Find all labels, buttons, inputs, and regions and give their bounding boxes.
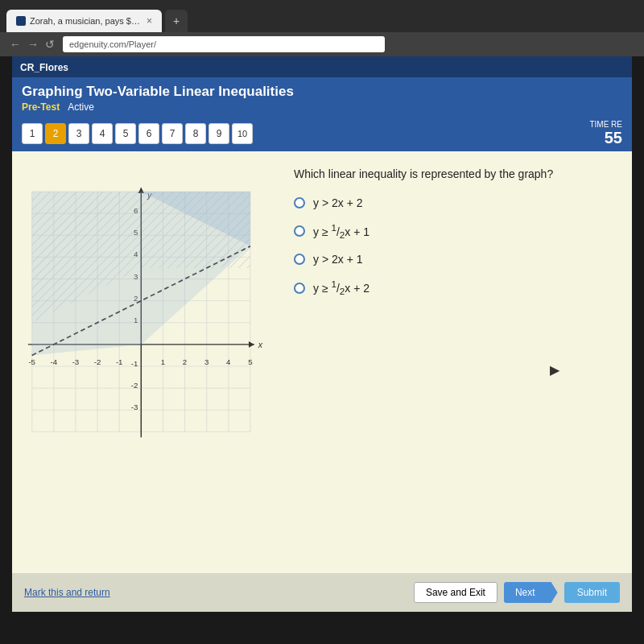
submit-button[interactable]: Submit (564, 582, 620, 603)
svg-text:-3: -3 (72, 357, 80, 366)
question-area: -5 -4 -3 -2 -1 1 2 3 4 5 x 6 5 4 3 2 1 -… (12, 151, 632, 573)
tab-favicon (16, 16, 26, 26)
lesson-title: Graphing Two-Variable Linear Inequalitie… (22, 84, 622, 100)
refresh-icon[interactable]: ↺ (45, 38, 55, 51)
nav-btn-1[interactable]: 1 (22, 123, 43, 144)
active-label: Active (68, 101, 94, 113)
tab-close-icon[interactable]: × (147, 15, 152, 27)
svg-text:3: 3 (204, 357, 208, 366)
graph-container: -5 -4 -3 -2 -1 1 2 3 4 5 x 6 5 4 3 2 1 -… (24, 163, 274, 485)
lesson-header: Graphing Two-Variable Linear Inequalitie… (12, 77, 632, 116)
question-panel: Which linear inequality is represented b… (286, 163, 620, 561)
nav-btn-3[interactable]: 3 (68, 123, 89, 144)
svg-text:x: x (258, 340, 263, 349)
radio-b[interactable] (294, 225, 305, 237)
bottom-bar: Mark this and return Save and Exit Next … (12, 573, 632, 612)
nav-btn-10[interactable]: 10 (232, 123, 253, 144)
next-button[interactable]: Next (504, 582, 558, 603)
new-tab-button[interactable]: + (165, 10, 188, 32)
answer-option-d[interactable]: y ≥ 1/2x + 2 (294, 279, 612, 296)
username: CR_Flores (20, 62, 68, 73)
x-axis-arrow (249, 341, 254, 348)
timer-value: 55 (589, 129, 622, 147)
radio-d[interactable] (294, 283, 305, 294)
address-input[interactable]: edgenuity.com/Player/ (63, 36, 385, 52)
question-nav: 1 2 3 4 5 6 7 8 9 10 TIME RE 55 (12, 116, 632, 151)
svg-text:-2: -2 (131, 381, 138, 390)
pre-test-label: Pre-Test (22, 101, 60, 113)
svg-text:-4: -4 (51, 357, 58, 366)
nav-buttons-group: 1 2 3 4 5 6 7 8 9 10 (22, 123, 253, 144)
answer-option-b[interactable]: y ≥ 1/2x + 1 (294, 222, 612, 240)
tab-title: Zorah, a musician, pays $120 to (30, 16, 142, 26)
save-exit-button[interactable]: Save and Exit (414, 582, 497, 603)
next-button-wrapper[interactable]: Next (504, 582, 558, 603)
option-d-text: y ≥ 1/2x + 2 (313, 279, 369, 296)
svg-text:2: 2 (183, 357, 187, 366)
svg-text:1: 1 (161, 357, 165, 366)
address-bar-row: ← → ↺ edgenuity.com/Player/ (0, 32, 644, 56)
svg-text:4: 4 (226, 357, 231, 366)
nav-btn-9[interactable]: 9 (208, 123, 229, 144)
svg-text:-3: -3 (131, 402, 138, 411)
nav-btn-8[interactable]: 8 (185, 123, 206, 144)
app-container: CR_Flores Graphing Two-Variable Linear I… (12, 56, 632, 612)
question-text: Which linear inequality is represented b… (294, 167, 612, 180)
svg-text:5: 5 (248, 357, 252, 366)
option-c-text: y > 2x + 1 (313, 253, 362, 266)
bottom-buttons-group: Save and Exit Next Submit (414, 582, 620, 603)
nav-btn-5[interactable]: 5 (115, 123, 136, 144)
nav-btn-2[interactable]: 2 (45, 123, 66, 144)
option-b-text: y ≥ 1/2x + 1 (313, 222, 369, 240)
answer-option-c[interactable]: y > 2x + 1 (294, 253, 612, 266)
cursor-indicator: ▶ (550, 362, 559, 378)
radio-a[interactable] (294, 197, 305, 208)
svg-text:-5: -5 (28, 357, 35, 366)
option-a-text: y > 2x + 2 (313, 196, 362, 209)
timer-label: TIME RE (589, 120, 622, 129)
top-bar: CR_Flores (12, 56, 632, 77)
svg-text:-2: -2 (94, 357, 101, 366)
forward-icon[interactable]: → (27, 38, 39, 51)
back-icon[interactable]: ← (10, 38, 21, 51)
browser-top: Zorah, a musician, pays $120 to × + (0, 0, 644, 32)
radio-c[interactable] (294, 254, 305, 265)
answer-option-a[interactable]: y > 2x + 2 (294, 196, 612, 209)
address-text: edgenuity.com/Player/ (69, 39, 156, 49)
nav-btn-4[interactable]: 4 (92, 123, 113, 144)
svg-text:-1: -1 (116, 357, 123, 366)
nav-btn-6[interactable]: 6 (138, 123, 159, 144)
timer-container: TIME RE 55 (589, 120, 622, 147)
svg-text:-1: -1 (131, 359, 138, 368)
browser-tab[interactable]: Zorah, a musician, pays $120 to × (6, 10, 162, 32)
nav-btn-7[interactable]: 7 (162, 123, 183, 144)
mark-return-link[interactable]: Mark this and return (24, 587, 110, 598)
shaded-area-left (32, 192, 250, 355)
lesson-meta: Pre-Test Active (22, 101, 622, 113)
graph-svg: -5 -4 -3 -2 -1 1 2 3 4 5 x 6 5 4 3 2 1 -… (24, 163, 274, 469)
